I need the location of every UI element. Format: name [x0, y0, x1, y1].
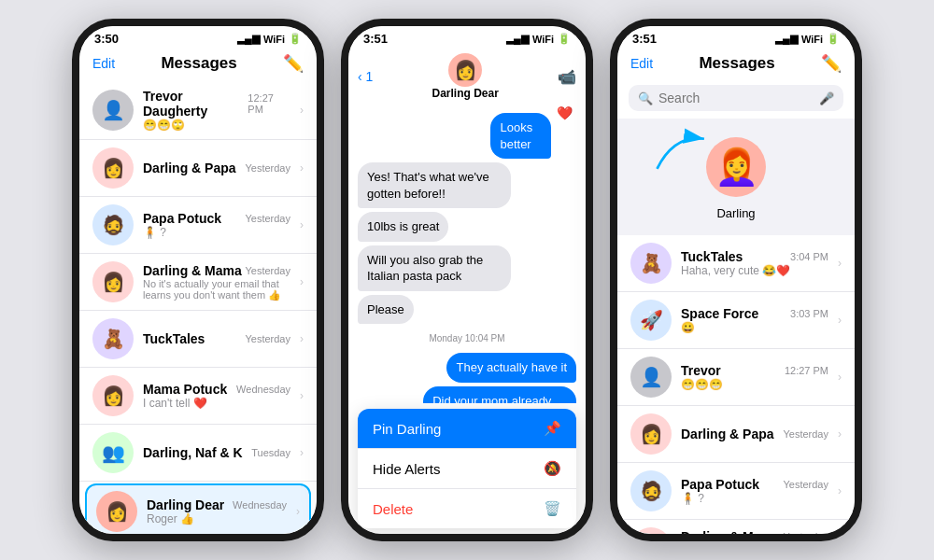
avatar: 🚀 — [630, 300, 672, 341]
status-bar-1: 3:50 ▂▄▆ WiFi 🔋 — [79, 26, 317, 49]
darling-contact-name: Darling — [716, 206, 755, 220]
search-icon: 🔍 — [638, 91, 653, 105]
chevron-icon: › — [300, 446, 304, 459]
trash-icon: 🗑️ — [544, 500, 561, 517]
phones-container: 3:50 ▂▄▆ WiFi 🔋 Edit Messages ✏️ 👤 — [53, 0, 881, 560]
msg-content: Trevor Daugherty 12:27 PM 😁😁🙄 — [143, 89, 290, 132]
msg-content: Darling Dear Wednesday Roger 👍 — [147, 497, 287, 525]
edit-button-3[interactable]: Edit — [630, 56, 653, 71]
messages-title-3: Messages — [699, 54, 774, 73]
time-1: 3:50 — [94, 32, 119, 46]
signal-icon: ▂▄▆ — [237, 33, 260, 45]
msg-content: Darling & Mama Yesterday No it's actuall… — [143, 263, 290, 301]
list-item[interactable]: 🧔 Papa Potuck Yesterday 🧍 ? › — [617, 463, 855, 520]
back-button[interactable]: ‹ 1 — [358, 69, 373, 84]
avatar: 👩 — [92, 375, 134, 416]
avatar: 👩 — [92, 147, 134, 189]
avatar: 👤 — [92, 90, 134, 131]
edit-button-1[interactable]: Edit — [92, 56, 115, 71]
compose-icon-1[interactable]: ✏️ — [283, 53, 304, 74]
phone-1: 3:50 ▂▄▆ WiFi 🔋 Edit Messages ✏️ 👤 — [72, 19, 324, 541]
msg-content: Mama Potuck Wednesday I can't tell ❤️ — [143, 382, 290, 410]
phone-2: 3:51 ▂▄▆ WiFi 🔋 ‹ 1 👩 Darling Dear 📹 — [341, 19, 593, 541]
list-item[interactable]: 👩 Darling & Mama Yesterday No it's actua… — [79, 254, 317, 311]
signal-icon: ▂▄▆ — [506, 33, 529, 45]
battery-icon: 🔋 — [558, 33, 571, 45]
msg-content: Darling, Naf & K Tuesday — [143, 445, 290, 460]
bubble-sent: They actually have it — [446, 353, 576, 383]
chat-nav: ‹ 1 👩 Darling Dear 📹 — [348, 49, 586, 105]
delete-label: Delete — [373, 501, 413, 517]
chevron-icon: › — [838, 371, 842, 384]
avatar: 🧔 — [630, 470, 672, 511]
chevron-icon: › — [838, 484, 842, 497]
chevron-icon: › — [296, 505, 300, 518]
messages-area: Looks better ❤️ Yes! That's what we've g… — [348, 105, 586, 403]
message-list-1: 👤 Trevor Daugherty 12:27 PM 😁😁🙄 › 👩 — [79, 81, 317, 534]
contact-spotlight: 👩‍🦰 Darling — [617, 119, 855, 235]
chevron-icon: › — [300, 161, 304, 175]
list-item[interactable]: 👥 Darling, Naf & K Tuesday › — [79, 425, 317, 482]
avatar: 🧸 — [630, 243, 672, 284]
hide-alerts-label: Hide Alerts — [373, 461, 441, 477]
list-item[interactable]: 🧸 TuckTales 3:04 PM Haha, very cute 😂❤️ … — [617, 235, 855, 292]
chat-view: 3:51 ▂▄▆ WiFi 🔋 ‹ 1 👩 Darling Dear 📹 — [348, 26, 586, 534]
list-item[interactable]: 🚀 Space Force 3:03 PM 😀 › — [617, 292, 855, 349]
video-call-icon[interactable]: 📹 — [558, 68, 576, 86]
pin-icon: 📌 — [544, 420, 561, 437]
avatar: 👥 — [92, 432, 134, 473]
time-2: 3:51 — [363, 32, 388, 46]
wifi-icon: WiFi — [263, 34, 285, 45]
status-bar-3: 3:51 ▂▄▆ WiFi 🔋 — [617, 26, 855, 49]
list-item[interactable]: 👩 Darling & Papa Yesterday › — [79, 140, 317, 197]
chevron-icon: › — [300, 104, 304, 117]
pin-darling-button[interactable]: Pin Darling 📌 — [358, 409, 576, 449]
msg-content: Papa Potuck Yesterday 🧍 ? — [143, 211, 290, 239]
battery-icon: 🔋 — [827, 33, 840, 45]
phone-3: 3:51 ▂▄▆ WiFi 🔋 Edit Messages ✏️ 🔍 🎤 — [610, 19, 862, 541]
list-item[interactable]: 🧔 Papa Potuck Yesterday 🧍 ? › — [79, 197, 317, 254]
list-item[interactable]: 👩 Darling & Papa Yesterday › — [617, 406, 855, 463]
avatar: 👩 — [630, 527, 672, 534]
list-item[interactable]: 👩 Darling & Mama Yesterday No it's actua… — [617, 520, 855, 534]
avatar: 👤 — [630, 357, 672, 398]
list-item[interactable]: 🧸 TuckTales Yesterday › — [79, 311, 317, 368]
mic-icon[interactable]: 🎤 — [819, 91, 834, 105]
time-3: 3:51 — [632, 32, 657, 46]
wifi-icon: WiFi — [532, 34, 554, 45]
list-item[interactable]: 👤 Trevor Daugherty 12:27 PM 😁😁🙄 › — [79, 81, 317, 140]
chat-contact-name: Darling Dear — [432, 87, 498, 100]
day-label: Monday 10:04 PM — [358, 333, 576, 343]
chevron-icon: › — [838, 257, 842, 270]
status-bar-2: 3:51 ▂▄▆ WiFi 🔋 — [348, 26, 586, 49]
delete-button[interactable]: Delete 🗑️ — [358, 489, 576, 528]
msg-content: Darling & Papa Yesterday — [143, 161, 290, 175]
list-item[interactable]: 👤 Trevor 12:27 PM 😁😁😁 › — [617, 349, 855, 406]
chevron-icon: › — [838, 427, 842, 441]
chevron-icon: › — [838, 314, 842, 327]
bubble-sent: Looks better — [490, 113, 550, 159]
bubble-sent: Did your mom already get it? — [423, 386, 576, 403]
context-menu: Pin Darling 📌 Hide Alerts 🔕 Delete 🗑️ — [358, 409, 576, 528]
signal-icon: ▂▄▆ — [775, 33, 798, 45]
nav-bar-3: Edit Messages ✏️ — [617, 49, 855, 81]
avatar: 🧔 — [92, 204, 134, 245]
search-input[interactable] — [658, 91, 814, 105]
avatar: 🧸 — [92, 318, 134, 359]
chevron-icon: › — [300, 332, 304, 345]
pin-label: Pin Darling — [373, 421, 441, 437]
avatar: 👩 — [630, 413, 672, 455]
bell-off-icon: 🔕 — [544, 460, 561, 477]
compose-icon-3[interactable]: ✏️ — [821, 53, 842, 74]
arrow-indicator — [645, 126, 720, 177]
chevron-icon: › — [300, 218, 304, 231]
bubble-received: Yes! That's what we've gotten before!! — [358, 162, 511, 208]
status-icons-1: ▂▄▆ WiFi 🔋 — [237, 33, 302, 45]
list-item-selected[interactable]: 👩 Darling Dear Wednesday Roger 👍 › — [85, 483, 311, 534]
chat-avatar: 👩 — [448, 53, 482, 87]
phone-2-inner: 3:51 ▂▄▆ WiFi 🔋 ‹ 1 👩 Darling Dear 📹 — [348, 26, 586, 534]
status-icons-3: ▂▄▆ WiFi 🔋 — [775, 33, 840, 45]
list-item[interactable]: 👩 Mama Potuck Wednesday I can't tell ❤️ … — [79, 368, 317, 425]
bubble-received: 10lbs is great — [358, 212, 448, 242]
hide-alerts-button[interactable]: Hide Alerts 🔕 — [358, 449, 576, 489]
